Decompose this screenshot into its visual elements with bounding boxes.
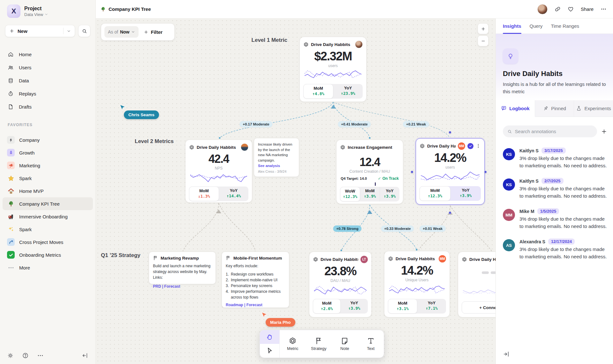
subtab-experiments[interactable]: Experiments <box>574 100 613 117</box>
add-annotation-icon[interactable] <box>601 128 607 135</box>
mom-stat[interactable]: MoM ↑4.8% <box>303 84 333 99</box>
edge-label: +0.17 Moderate <box>239 121 272 127</box>
canvas-controls: As of Now Filter <box>101 23 175 41</box>
favorite-item-immersive-onboarding[interactable]: Immersive Onboarding <box>3 210 93 223</box>
house-icon <box>7 187 15 195</box>
see-analysis-link[interactable]: See analysis <box>258 163 295 169</box>
annotation-note-card[interactable]: Increase likely driven by the launch of … <box>254 138 299 177</box>
as-of-dropdown[interactable]: As of Now <box>104 26 139 38</box>
sidebar-item-home[interactable]: Home <box>3 48 93 61</box>
wow-stat[interactable]: WoW ↑12.3% <box>340 187 360 201</box>
annotation-entry[interactable]: MMMike M1/5/20253% drop likely due to th… <box>503 208 608 230</box>
note-tool-button[interactable]: Note <box>332 330 358 358</box>
strategy-tool-button[interactable]: Strategy <box>306 330 332 358</box>
mom-stat[interactable]: MoM ↑2.6% <box>313 299 341 314</box>
connect-metric-button[interactable]: + Connect <box>462 301 496 314</box>
project-switcher[interactable]: X Project Data View <box>7 4 48 18</box>
annotation-entry[interactable]: ASAlexandra S12/17/20243% drop likely du… <box>503 239 608 260</box>
annotation-search-input[interactable] <box>515 129 593 134</box>
plus-icon <box>9 28 14 34</box>
zoom-out-button[interactable] <box>478 35 488 46</box>
selection-handle[interactable] <box>411 171 413 173</box>
yoy-stat[interactable]: YoY ↑14.4% <box>219 186 248 201</box>
new-button[interactable]: New <box>5 25 75 37</box>
tab-time-ranges[interactable]: Time Ranges <box>551 19 579 34</box>
selection-handle[interactable] <box>449 211 451 214</box>
owner-badge: MM <box>439 255 446 262</box>
metric-card-unique-users[interactable]: Drive Daily Habbits MM 14.2% Unique User… <box>384 251 450 317</box>
favorite-item-marketing[interactable]: Marketing <box>3 159 93 172</box>
favorite-heart-icon[interactable] <box>568 6 574 12</box>
settings-gear-icon[interactable] <box>7 352 14 359</box>
selection-handle[interactable] <box>449 131 451 134</box>
subtab-logbook[interactable]: Logbook <box>496 100 535 117</box>
strategy-links[interactable]: Roadmap | Forecast <box>226 303 285 307</box>
favorite-item-company[interactable]: Company <box>3 133 93 146</box>
collapse-sidebar-icon[interactable] <box>82 352 88 359</box>
search-icon <box>507 129 512 134</box>
kpi-tree-canvas[interactable]: As of Now Filter Level 1 Metric Level 2 … <box>96 19 496 364</box>
zoom-in-button[interactable] <box>478 23 488 34</box>
strategy-card-marketing-revamp[interactable]: Marketing Revamp Build and launch a new … <box>149 252 216 284</box>
mom-stat[interactable]: MoM ↑3.1% <box>388 299 417 314</box>
metric-card-l1-drive-daily-habbits[interactable]: Drive Daily Habbits $2.32M users MoM ↑4.… <box>299 37 367 102</box>
favorite-item-spark[interactable]: Spark <box>3 172 93 185</box>
metric-icon <box>388 256 393 262</box>
mom-stat[interactable]: MoM ↑12.3% <box>420 186 450 201</box>
owner-avatar <box>241 143 248 151</box>
sidebar-item-drafts[interactable]: Drafts <box>3 100 93 113</box>
yoy-stat[interactable]: YoY ↑7.1% <box>417 299 446 314</box>
share-button[interactable]: Share <box>581 6 594 12</box>
strategy-label: Q1 ’25 Strategy <box>101 252 140 259</box>
tab-query[interactable]: Query <box>530 19 543 34</box>
annotation-avatar: KS <box>503 148 515 160</box>
sidebar-item-data[interactable]: Data <box>3 74 93 87</box>
search-icon <box>82 28 87 34</box>
annotation-entry[interactable]: KSKaitlyn S3/17/20253% drop likely due t… <box>503 148 608 169</box>
select-tool-button[interactable] <box>260 344 279 358</box>
yoy-stat[interactable]: YoY ↑3.9% <box>341 299 368 314</box>
favorite-item-company-kpi-tree[interactable]: Company KPI Tree <box>3 197 93 210</box>
help-icon[interactable] <box>22 352 29 359</box>
sidebar-item-users[interactable]: Users <box>3 61 93 74</box>
user-avatar[interactable] <box>537 4 548 14</box>
logbook-icon <box>501 105 507 111</box>
hand-tool-button[interactable] <box>260 330 279 344</box>
yoy-stat[interactable]: YoY ↑3.9% <box>380 187 399 201</box>
drafts-icon <box>8 104 14 110</box>
strategy-links[interactable]: PRD | Forecast <box>153 284 212 289</box>
metric-card-dau-mau[interactable]: Drive Daily Habbits LT 23.8% DAU / MAU M… <box>309 252 372 317</box>
selection-handle[interactable] <box>484 171 487 173</box>
mom-stat[interactable]: MoM ↓1.3% <box>189 186 219 201</box>
collapse-panel-icon[interactable] <box>503 351 510 358</box>
chevron-down-icon[interactable] <box>67 29 71 33</box>
favorite-item-onboarding-metrics[interactable]: Onboarding Metrics <box>3 248 93 261</box>
copy-link-icon[interactable] <box>555 6 561 12</box>
annotation-entry[interactable]: KSKaitlyn S2/7/20253% drop likely due to… <box>503 178 608 200</box>
metric-card-unconnected[interactable]: Drive Daily Habbits + Connect <box>458 252 496 317</box>
favorite-item-spark[interactable]: Spark <box>3 223 93 236</box>
more-options-icon[interactable] <box>601 6 607 12</box>
annotation-text: 3% drop likely due to the changes made t… <box>519 215 608 230</box>
yoy-stat[interactable]: YoY ↑3.9% <box>450 186 481 201</box>
tab-insights[interactable]: Insights <box>503 19 521 34</box>
filter-button[interactable]: Filter <box>142 29 164 35</box>
metric-card-increase-engagement[interactable]: Increase Engagement 12.4 Content Creatio… <box>336 140 403 204</box>
strategy-card-mobile-first-momentum[interactable]: Mobile-First Momentum Key efforts includ… <box>222 252 289 308</box>
favorite-item-cross-project-moves[interactable]: Cross Project Moves <box>3 236 93 248</box>
kebab-menu-icon[interactable] <box>476 143 481 148</box>
subtab-pinned[interactable]: Pinned <box>535 100 574 117</box>
text-tool-button[interactable]: Text <box>358 330 384 358</box>
mom-stat[interactable]: MoM ↑3.9% <box>360 187 380 201</box>
metric-card-l2-nps[interactable]: Drive Daily Habbits 42.4 NPS MoM ↓1.3% Y… <box>185 140 252 203</box>
favorite-item-more[interactable]: More <box>3 261 93 274</box>
more-icon[interactable] <box>37 352 44 359</box>
yoy-stat[interactable]: YoY ↑23.9% <box>333 84 363 99</box>
sidebar-search-button[interactable] <box>78 25 90 37</box>
sidebar-item-replays[interactable]: Replays <box>3 87 93 100</box>
favorite-item-home-mvp[interactable]: Home MVP <box>3 185 93 197</box>
metric-tool-button[interactable]: Metric <box>280 330 306 358</box>
annotation-search[interactable] <box>503 125 597 137</box>
metric-card-selected-drive-daily-habbits[interactable]: Drive Daily Habb.. MM 14.2% users MoM ↑1… <box>416 138 485 205</box>
favorite-item-growth[interactable]: Growth <box>3 146 93 159</box>
